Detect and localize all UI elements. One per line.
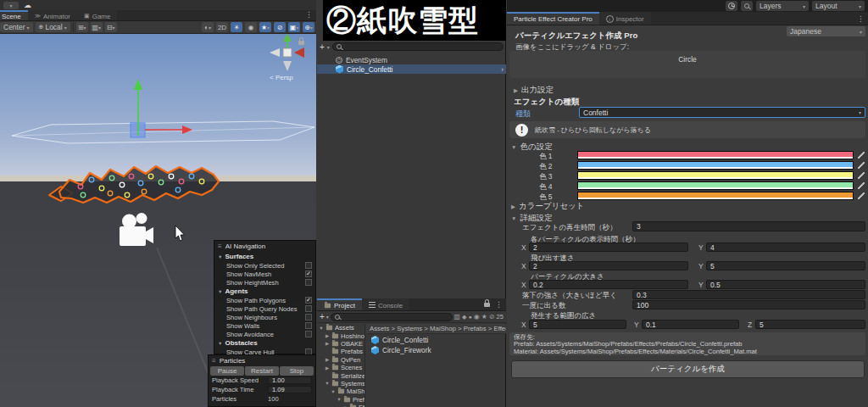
size-x-field[interactable]: 0.2 — [529, 280, 688, 289]
ai-nav-option[interactable]: Show Avoidance — [214, 330, 315, 338]
playback-speed-field[interactable]: 1.00 — [268, 376, 312, 384]
tab-inspector[interactable]: i Inspector — [599, 12, 651, 25]
project-menu-icon[interactable]: ⋮ — [492, 298, 506, 310]
tree-item[interactable]: ▶ OBAKE — [317, 340, 364, 348]
creator-menu-icon[interactable]: ⋮ — [854, 12, 868, 25]
scene-effects-icon[interactable]: ★▾ — [259, 22, 271, 32]
create-particle-button[interactable]: パーティクルを作成 — [511, 360, 865, 378]
search-by-type-icon[interactable]: ▥ — [454, 313, 461, 321]
ai-nav-option[interactable]: Show HeightMesh — [214, 278, 315, 287]
persp-label[interactable]: < Persp — [270, 74, 293, 81]
scene-viewport[interactable]: < Persp ≡ AI Navigation ▼Surfaces Show O… — [0, 34, 316, 407]
speed-x-field[interactable]: 2 — [529, 261, 688, 270]
eyedropper-icon[interactable] — [858, 192, 865, 199]
tree-item[interactable]: ▶ HoshinoLabs — [317, 332, 364, 339]
ai-nav-option[interactable]: Show Walls — [214, 321, 315, 330]
image-drop-area[interactable]: Circle — [509, 51, 865, 78]
tree-item[interactable]: ▶ Scenes — [317, 364, 364, 371]
asset-item[interactable]: Circle_Confetti — [366, 335, 506, 345]
scene-camera-icon[interactable]: ▣▾ — [288, 22, 300, 32]
scene-lighting-icon[interactable]: ☀ — [231, 22, 242, 32]
tab-particle-effect-creator[interactable]: Particle Effect Creator Pro — [507, 12, 599, 25]
color-swatch[interactable] — [577, 181, 854, 190]
play-mode-dropdown[interactable]: ▾ — [3, 2, 19, 9]
cloud-services-icon[interactable]: ☁ — [24, 1, 31, 9]
duration-field[interactable]: 3 — [632, 221, 865, 231]
asset-item[interactable]: Circle_Firework — [366, 345, 506, 355]
checkbox[interactable]: ✓ — [305, 270, 312, 277]
ai-nav-option[interactable]: Show Path Query Nodes — [214, 304, 315, 313]
surfaces-foldout[interactable]: ▼Surfaces — [214, 252, 315, 261]
hierarchy-add-button[interactable]: + — [320, 42, 325, 52]
output-settings-foldout[interactable]: ▶出力設定 — [514, 85, 554, 96]
type-dropdown[interactable]: Confetti▾ — [579, 107, 865, 118]
scene-tab-menu-icon[interactable]: ⋮ — [302, 10, 316, 20]
checkbox[interactable]: ✓ — [305, 297, 312, 304]
agents-foldout[interactable]: ▼Agents — [214, 287, 315, 296]
speed-y-field[interactable]: 5 — [706, 261, 865, 270]
tab-animator[interactable]: ≫ Animator — [28, 10, 77, 20]
ai-nav-option[interactable]: Show Neighbours — [214, 313, 315, 321]
ai-nav-option[interactable]: Show Only Selected — [214, 261, 315, 270]
drag-handle-icon[interactable]: ≡ — [212, 357, 216, 365]
eyedropper-icon[interactable] — [858, 162, 865, 169]
2d-toggle[interactable]: 2D — [216, 22, 228, 32]
layout-dropdown[interactable]: Layout▾ — [812, 1, 865, 11]
restart-button[interactable]: Restart — [245, 366, 279, 376]
range-x-field[interactable]: 5 — [529, 320, 626, 329]
tree-item[interactable]: ▼ MaiShop — [317, 387, 364, 395]
gizmo-lock-icon[interactable] — [298, 41, 304, 45]
color-swatch[interactable] — [577, 161, 854, 170]
tree-item[interactable]: Prefabs — [317, 348, 364, 355]
hierarchy-row-eventsystem[interactable]: EventSystem — [317, 56, 506, 64]
hierarchy-row-circle-confetti[interactable]: Circle_Confetti › — [317, 64, 506, 74]
color-swatch[interactable] — [577, 151, 854, 159]
tree-item[interactable]: ▼ Systems — [317, 380, 364, 387]
eyedropper-icon[interactable] — [858, 182, 865, 189]
prefab-open-arrow[interactable]: › — [501, 65, 506, 74]
language-dropdown[interactable]: Japanese▾ — [787, 26, 865, 36]
snap-settings-icon[interactable]: ▥▾ — [91, 22, 103, 32]
tab-scene[interactable]: Scene — [0, 10, 28, 20]
tree-item[interactable]: ▶ QvPen — [317, 356, 364, 364]
color-swatch[interactable] — [577, 192, 854, 200]
hidden-count-icon[interactable]: ⊘ — [489, 313, 495, 321]
search-by-label-icon[interactable]: ◆ — [462, 314, 466, 321]
tab-console[interactable]: Console — [362, 298, 409, 310]
breadcrumb[interactable]: Assets > Systems > MaiShop > Prefabs > E… — [370, 325, 506, 332]
tool-handle-pivot[interactable]: Center▾ — [0, 22, 33, 32]
project-add-button[interactable]: + — [320, 312, 325, 321]
project-search-input[interactable] — [331, 313, 453, 321]
gizmos-icon[interactable]: ⊕▾ — [303, 22, 314, 32]
stop-button[interactable]: Stop — [280, 366, 314, 376]
tree-item[interactable]: ▼ Prefabs — [317, 396, 364, 404]
tree-item[interactable]: Serialized — [317, 371, 364, 379]
drag-handle-icon[interactable]: ≡ — [218, 243, 222, 250]
search-by-bundle-icon[interactable]: ● — [468, 314, 471, 320]
search-info-icon[interactable]: ◉ — [474, 313, 480, 321]
measure-tool-icon[interactable]: ⊟▾ — [105, 22, 117, 32]
tree-item[interactable]: ▼ Effects — [317, 404, 364, 407]
tool-handle-orientation[interactable]: ⊕Local▾ — [36, 22, 70, 32]
color-preset-foldout[interactable]: ▶カラープリセット — [511, 201, 585, 212]
ai-nav-option[interactable]: Show NavMesh ✓ — [214, 270, 315, 278]
lifetime-x-field[interactable]: 2 — [529, 243, 688, 252]
grid-visibility-icon[interactable]: ⊞▾ — [76, 22, 88, 32]
pause-button[interactable]: Pause — [210, 366, 244, 376]
project-lock-icon[interactable] — [484, 303, 490, 307]
checkbox[interactable] — [305, 322, 312, 329]
checkbox[interactable] — [305, 262, 312, 269]
undo-history-button[interactable] — [726, 1, 737, 11]
layers-dropdown[interactable]: Layers▾ — [756, 1, 809, 11]
gravity-field[interactable]: 0.3 — [632, 290, 865, 299]
scene-audio-icon[interactable]: ◉ — [245, 22, 257, 32]
checkbox[interactable] — [305, 331, 312, 337]
tab-project[interactable]: Project — [317, 298, 362, 310]
color-swatch[interactable] — [577, 171, 854, 180]
tree-item[interactable]: ▼ Assets — [317, 324, 364, 332]
hierarchy-search-input[interactable] — [332, 42, 504, 51]
hidden-objects-icon[interactable]: ⊘ — [274, 22, 286, 32]
obstacles-foldout[interactable]: ▼Obstacles — [214, 338, 315, 348]
global-search-button[interactable] — [741, 1, 753, 11]
playback-time-field[interactable]: 1.09 — [268, 386, 312, 393]
